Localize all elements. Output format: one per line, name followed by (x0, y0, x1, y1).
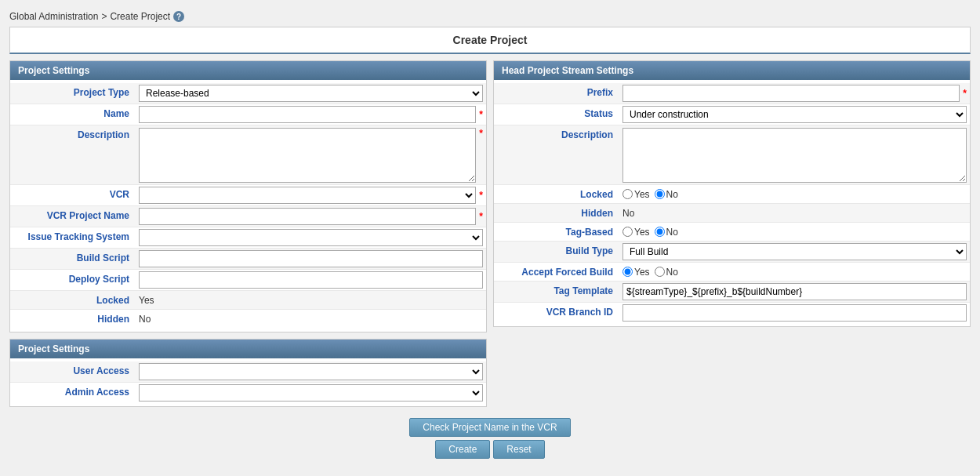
tag-based-yes-label[interactable]: Yes (622, 227, 650, 238)
tag-template-row: Tag Template (494, 282, 970, 303)
vcr-required: * (479, 190, 483, 201)
page-title: Create Project (9, 27, 971, 54)
name-input[interactable] (139, 106, 476, 123)
locked-row: Locked Yes (10, 291, 486, 310)
head-stream-header: Head Project Stream Settings (494, 61, 970, 80)
breadcrumb-global-admin: Global Administration (9, 11, 98, 22)
tag-based-yes-radio[interactable] (622, 227, 633, 237)
locked-yes-label[interactable]: Yes (622, 189, 650, 200)
head-stream-section: Head Project Stream Settings Prefix * St… (493, 60, 971, 327)
project-type-label: Project Type (10, 83, 136, 98)
tag-template-input[interactable] (622, 283, 967, 300)
tag-based-no-label[interactable]: No (655, 227, 678, 238)
reset-button[interactable]: Reset (493, 440, 544, 459)
head-hidden-value: No (622, 208, 634, 219)
head-hidden-label: Hidden (494, 204, 619, 219)
locked-radio-group: Yes No (622, 189, 678, 200)
head-locked-label: Locked (494, 185, 619, 200)
issue-tracking-label: Issue Tracking System (10, 227, 136, 242)
prefix-row: Prefix * (494, 83, 970, 104)
user-access-select[interactable] (139, 363, 483, 380)
name-label: Name (10, 104, 136, 119)
project-type-row: Project Type Release-based Task-based (10, 83, 486, 104)
status-row: Status Under construction Active Closed (494, 104, 970, 125)
vcr-select[interactable] (139, 187, 476, 204)
hidden-value: No (139, 314, 151, 325)
description-textarea[interactable] (139, 128, 476, 183)
check-project-name-button[interactable]: Check Project Name in the VCR (409, 418, 570, 437)
deploy-script-label: Deploy Script (10, 270, 136, 285)
vcr-project-name-input[interactable] (139, 208, 476, 225)
admin-access-label: Admin Access (10, 383, 136, 398)
description-required: * (479, 128, 483, 139)
vcr-branch-input[interactable] (622, 304, 967, 322)
tag-template-label: Tag Template (494, 282, 619, 296)
issue-tracking-row: Issue Tracking System (10, 227, 486, 249)
prefix-input[interactable] (622, 85, 960, 102)
locked-no-radio[interactable] (655, 189, 665, 199)
build-type-row: Build Type Full Build Incremental Build (494, 242, 970, 263)
breadcrumb-create-project: Create Project (110, 11, 170, 22)
tag-based-no-radio[interactable] (655, 227, 665, 237)
vcr-project-name-required: * (479, 211, 483, 222)
tag-based-row: Tag-Based Yes No (494, 223, 970, 242)
head-description-row: Description (494, 125, 970, 185)
hidden-label: Hidden (10, 310, 136, 325)
breadcrumb-separator: > (101, 11, 107, 22)
user-access-row: User Access (10, 362, 486, 383)
user-access-label: User Access (10, 362, 136, 376)
locked-yes-radio[interactable] (622, 189, 633, 199)
create-button[interactable]: Create (435, 440, 490, 459)
accept-forced-row: Accept Forced Build Yes No (494, 263, 970, 282)
prefix-label: Prefix (494, 83, 619, 98)
admin-access-select[interactable] (139, 384, 483, 402)
vcr-label: VCR (10, 185, 136, 200)
project-type-select[interactable]: Release-based Task-based (139, 85, 483, 102)
tag-based-radio-group: Yes No (622, 227, 678, 238)
locked-value: Yes (139, 295, 154, 306)
deploy-script-input[interactable] (139, 271, 483, 289)
project-settings-section: Project Settings Project Type Release-ba… (9, 60, 487, 332)
locked-no-label[interactable]: No (655, 189, 678, 200)
build-script-input[interactable] (139, 250, 483, 267)
description-label: Description (10, 125, 136, 140)
accept-forced-yes-radio[interactable] (622, 267, 633, 277)
accept-forced-no-radio[interactable] (655, 267, 665, 277)
admin-access-row: Admin Access (10, 383, 486, 403)
tag-based-label: Tag-Based (494, 223, 619, 238)
project-settings-header: Project Settings (10, 61, 486, 80)
bottom-buttons: Check Project Name in the VCR Create Res… (9, 413, 971, 463)
accept-forced-yes-label[interactable]: Yes (622, 267, 650, 278)
head-hidden-row: Hidden No (494, 204, 970, 223)
build-type-select[interactable]: Full Build Incremental Build (622, 243, 967, 260)
locked-label: Locked (10, 291, 136, 306)
issue-tracking-select[interactable] (139, 229, 483, 246)
vcr-branch-label: VCR Branch ID (494, 303, 619, 318)
vcr-row: VCR * (10, 185, 486, 206)
name-required: * (479, 109, 483, 120)
accept-forced-radio-group: Yes No (622, 267, 678, 278)
build-script-label: Build Script (10, 249, 136, 263)
build-script-row: Build Script (10, 249, 486, 270)
vcr-project-name-row: VCR Project Name * (10, 206, 486, 227)
status-label: Status (494, 104, 619, 119)
build-type-label: Build Type (494, 242, 619, 256)
help-icon[interactable]: ? (173, 11, 184, 22)
head-description-textarea[interactable] (622, 128, 967, 183)
breadcrumb: Global Administration > Create Project ? (9, 6, 971, 27)
access-settings-section: Project Settings User Access Admin Acce (9, 339, 487, 407)
deploy-script-row: Deploy Script (10, 270, 486, 291)
status-select[interactable]: Under construction Active Closed (622, 106, 967, 123)
head-description-label: Description (494, 125, 619, 140)
head-locked-row: Locked Yes No (494, 185, 970, 204)
hidden-row: Hidden No (10, 310, 486, 329)
name-row: Name * (10, 104, 486, 125)
description-row: Description * (10, 125, 486, 185)
accept-forced-label: Accept Forced Build (494, 263, 619, 278)
vcr-branch-row: VCR Branch ID (494, 303, 970, 323)
vcr-project-name-label: VCR Project Name (10, 206, 136, 221)
accept-forced-no-label[interactable]: No (655, 267, 678, 278)
access-settings-header: Project Settings (10, 340, 486, 358)
prefix-required: * (963, 88, 967, 99)
